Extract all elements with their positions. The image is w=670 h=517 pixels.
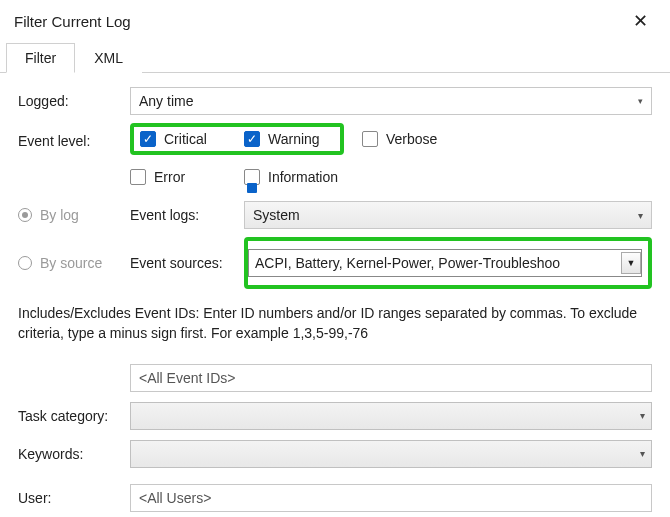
event-sources-value: ACPI, Battery, Kernel-Power, Power-Troub… <box>255 255 617 271</box>
checkbox-icon <box>130 169 146 185</box>
checkbox-critical[interactable]: ✓ Critical <box>140 131 230 147</box>
event-ids-help-text: Includes/Excludes Event IDs: Enter ID nu… <box>18 303 652 344</box>
label-event-logs: Event logs: <box>130 207 238 223</box>
event-logs-select[interactable]: System ▾ <box>244 201 652 229</box>
event-ids-input[interactable]: <All Event IDs> <box>130 364 652 392</box>
logged-select-value: Any time <box>139 93 193 109</box>
checkbox-error-label: Error <box>154 169 185 185</box>
logged-select[interactable]: Any time ▾ <box>130 87 652 115</box>
check-icon: ✓ <box>244 131 260 147</box>
checkbox-critical-label: Critical <box>164 131 207 147</box>
radio-by-source-label: By source <box>40 255 102 271</box>
checkbox-icon <box>244 169 260 185</box>
event-ids-placeholder: <All Event IDs> <box>139 370 236 386</box>
chevron-down-icon: ▾ <box>638 210 643 221</box>
label-user: User: <box>18 490 130 506</box>
check-icon: ✓ <box>140 131 156 147</box>
event-logs-value: System <box>253 207 300 223</box>
checkbox-error[interactable]: Error <box>130 169 220 185</box>
triangle-down-icon: ▼ <box>627 258 636 268</box>
checkbox-verbose-label: Verbose <box>386 131 437 147</box>
highlight-levels: ✓ Critical ✓ Warning <box>130 123 344 155</box>
chevron-down-icon: ▾ <box>640 410 645 421</box>
radio-by-source[interactable]: By source <box>18 255 126 271</box>
checkbox-information-label: Information <box>268 169 338 185</box>
label-event-sources: Event sources: <box>130 255 238 271</box>
checkbox-information[interactable]: Information <box>244 169 338 185</box>
radio-icon <box>18 256 32 270</box>
user-input[interactable]: <All Users> <box>130 484 652 512</box>
radio-by-log[interactable]: By log <box>18 207 126 223</box>
event-sources-select[interactable]: ACPI, Battery, Kernel-Power, Power-Troub… <box>248 249 642 277</box>
label-logged: Logged: <box>18 93 130 109</box>
user-placeholder: <All Users> <box>139 490 211 506</box>
highlight-sources: ACPI, Battery, Kernel-Power, Power-Troub… <box>244 237 652 289</box>
checkbox-warning-label: Warning <box>268 131 320 147</box>
keywords-select[interactable]: ▾ <box>130 440 652 468</box>
checkbox-icon <box>362 131 378 147</box>
tab-filter[interactable]: Filter <box>6 43 75 73</box>
chevron-down-icon: ▾ <box>640 448 645 459</box>
radio-icon <box>18 208 32 222</box>
close-icon[interactable]: ✕ <box>627 10 654 32</box>
dialog-title: Filter Current Log <box>14 13 131 30</box>
radio-by-log-label: By log <box>40 207 79 223</box>
label-event-level: Event level: <box>18 123 130 149</box>
checkbox-warning[interactable]: ✓ Warning <box>244 131 334 147</box>
checkbox-verbose[interactable]: Verbose <box>362 131 452 147</box>
tab-xml[interactable]: XML <box>75 43 142 73</box>
chevron-down-icon: ▾ <box>638 96 643 106</box>
label-keywords: Keywords: <box>18 446 130 462</box>
tabs: Filter XML <box>0 42 670 73</box>
label-task-category: Task category: <box>18 408 130 424</box>
task-category-select[interactable]: ▾ <box>130 402 652 430</box>
dropdown-button[interactable]: ▼ <box>621 252 641 274</box>
